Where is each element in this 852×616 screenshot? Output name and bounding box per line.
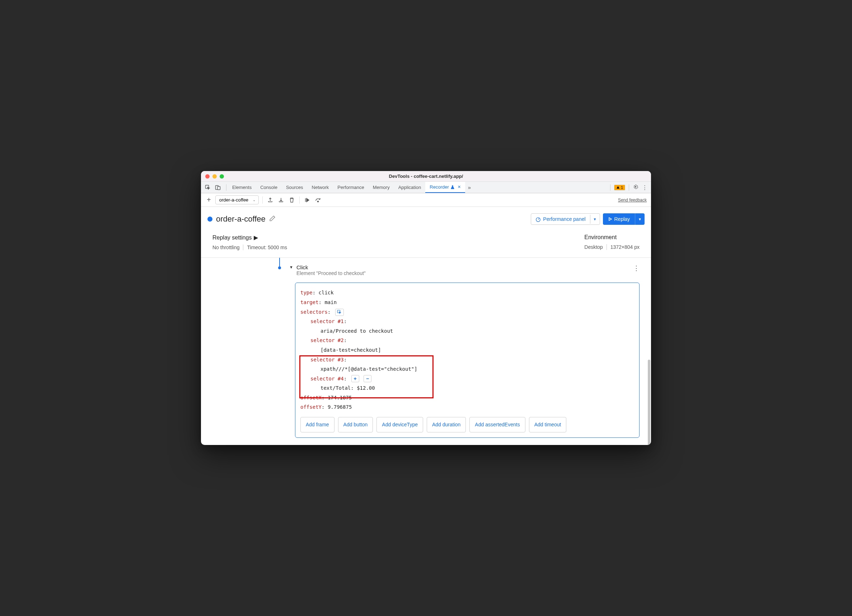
selector-2-key: selector #2 <box>310 337 344 343</box>
send-feedback-link[interactable]: Send feedback <box>618 197 647 203</box>
tab-sources[interactable]: Sources <box>282 182 308 193</box>
offsetY-value[interactable]: 9.796875 <box>328 404 352 410</box>
step-play-icon[interactable] <box>303 196 311 204</box>
performance-dropdown-button[interactable]: ▼ <box>590 215 600 224</box>
add-button-button[interactable]: Add button <box>338 417 373 432</box>
minimize-window-button[interactable] <box>213 174 217 179</box>
selector-4-key: selector #4 <box>310 376 344 381</box>
dimensions-value: 1372×804 px <box>610 244 639 250</box>
step-collapse-icon[interactable]: ▼ <box>289 265 293 269</box>
new-recording-button[interactable]: + <box>205 196 213 204</box>
warnings-badge[interactable]: 1 <box>614 185 625 190</box>
play-icon <box>608 217 612 221</box>
step-area: ▼ Click Element "Proceed to checkout" ⋮ … <box>201 258 651 437</box>
inspect-icon[interactable] <box>205 184 211 191</box>
delete-icon[interactable] <box>288 196 296 204</box>
replay-dropdown-button[interactable]: ▼ <box>635 213 645 225</box>
content: order-a-coffee Performance panel ▼ Repla… <box>201 207 651 437</box>
scrollbar[interactable] <box>648 327 650 444</box>
recording-title: order-a-coffee <box>216 214 266 224</box>
step-body: type: click target: main selectors: sele… <box>295 283 639 437</box>
step-header[interactable]: ▼ Click Element "Proceed to checkout" ⋮ <box>201 258 651 279</box>
chevron-down-icon: ⌄ <box>253 198 255 202</box>
add-selector-button[interactable]: + <box>351 375 359 382</box>
performance-panel-button[interactable]: Performance panel <box>531 214 590 224</box>
svg-point-4 <box>536 218 540 221</box>
more-tabs-icon[interactable]: » <box>465 184 474 190</box>
import-icon[interactable] <box>277 196 285 204</box>
warnings-count: 1 <box>621 185 623 190</box>
tab-network[interactable]: Network <box>308 182 334 193</box>
divider <box>262 196 263 204</box>
performance-panel-label: Performance panel <box>543 216 585 222</box>
export-icon[interactable] <box>266 196 274 204</box>
tab-recorder-label: Recorder <box>430 184 449 190</box>
add-assertedevents-button[interactable]: Add assertedEvents <box>470 417 525 432</box>
tab-memory[interactable]: Memory <box>369 182 394 193</box>
selector-4-value[interactable]: text/Total: $12.00 <box>301 383 634 393</box>
add-buttons-row: Add frame Add button Add deviceType Add … <box>301 417 634 432</box>
selector-1-value[interactable]: aria/Proceed to checkout <box>301 326 634 336</box>
remove-selector-button[interactable]: − <box>364 375 372 382</box>
scrollbar-thumb[interactable] <box>648 360 650 444</box>
offsetY-key: offsetY <box>301 404 322 410</box>
replay-label: Replay <box>615 216 630 222</box>
timeout-value: Timeout: 5000 ms <box>247 244 287 250</box>
settings-bar: Replay settings ▶ No throttling Timeout:… <box>201 230 651 258</box>
warning-icon <box>616 186 620 189</box>
gauge-icon <box>535 217 541 222</box>
close-tab-icon[interactable]: ✕ <box>458 185 461 189</box>
edit-title-icon[interactable] <box>269 215 276 223</box>
settings-icon[interactable] <box>633 184 639 191</box>
offsetX-value[interactable]: 174.1875 <box>328 395 352 401</box>
selector-1-key: selector #1 <box>310 318 344 324</box>
offsetX-key: offsetX <box>301 395 322 401</box>
replay-button-group: Replay ▼ <box>603 213 645 225</box>
caret-right-icon: ▶ <box>254 234 258 241</box>
replay-settings-label: Replay settings <box>213 235 252 241</box>
devtools-window: DevTools - coffee-cart.netlify.app/ Elem… <box>201 171 651 444</box>
device-toggle-icon[interactable] <box>215 184 221 191</box>
tab-application[interactable]: Application <box>394 182 426 193</box>
target-value[interactable]: main <box>325 300 337 305</box>
selector-2-value[interactable]: [data-test=checkout] <box>301 345 634 355</box>
selectors-key: selectors <box>301 309 328 315</box>
performance-panel-button-group: Performance panel ▼ <box>531 213 600 225</box>
recorder-toolbar: + order-a-coffee ⌄ Send feedback <box>201 193 651 207</box>
recording-name: order-a-coffee <box>219 197 248 203</box>
selector-3-value[interactable]: xpath///*[@data-test="checkout"] <box>301 364 634 374</box>
throttling-value: No throttling <box>213 244 239 250</box>
selector-3-key: selector #3 <box>310 357 344 363</box>
titlebar: DevTools - coffee-cart.netlify.app/ <box>201 171 651 182</box>
target-key: target <box>301 300 319 305</box>
maximize-window-button[interactable] <box>220 174 224 179</box>
svg-point-3 <box>317 201 319 202</box>
recording-dropdown[interactable]: order-a-coffee ⌄ <box>215 196 259 204</box>
recording-dot-icon <box>207 217 213 221</box>
divider <box>299 196 300 204</box>
window-title: DevTools - coffee-cart.netlify.app/ <box>201 173 651 179</box>
tab-console[interactable]: Console <box>256 182 282 193</box>
replay-button[interactable]: Replay <box>603 213 635 225</box>
divider <box>629 184 629 191</box>
add-duration-button[interactable]: Add duration <box>427 417 466 432</box>
type-key: type <box>301 290 313 295</box>
add-devicetype-button[interactable]: Add deviceType <box>376 417 423 432</box>
type-value[interactable]: click <box>319 290 334 295</box>
pick-selector-button[interactable] <box>335 309 344 316</box>
replay-settings-toggle[interactable]: Replay settings ▶ <box>213 234 584 241</box>
recording-header: order-a-coffee Performance panel ▼ Repla… <box>201 207 651 230</box>
close-window-button[interactable] <box>205 174 210 179</box>
device-value: Desktop <box>584 244 603 250</box>
step-title: Click <box>296 264 366 270</box>
tab-elements[interactable]: Elements <box>228 182 256 193</box>
add-frame-button[interactable]: Add frame <box>301 417 334 432</box>
environment-label: Environment <box>584 234 639 241</box>
step-menu-icon[interactable]: ⋮ <box>633 264 639 272</box>
tab-performance[interactable]: Performance <box>333 182 368 193</box>
svg-rect-2 <box>218 187 221 190</box>
main-menu-icon[interactable]: ⋮ <box>642 184 647 191</box>
step-over-icon[interactable] <box>314 196 322 204</box>
add-timeout-button[interactable]: Add timeout <box>529 417 566 432</box>
tab-recorder[interactable]: Recorder ✕ <box>425 182 465 193</box>
